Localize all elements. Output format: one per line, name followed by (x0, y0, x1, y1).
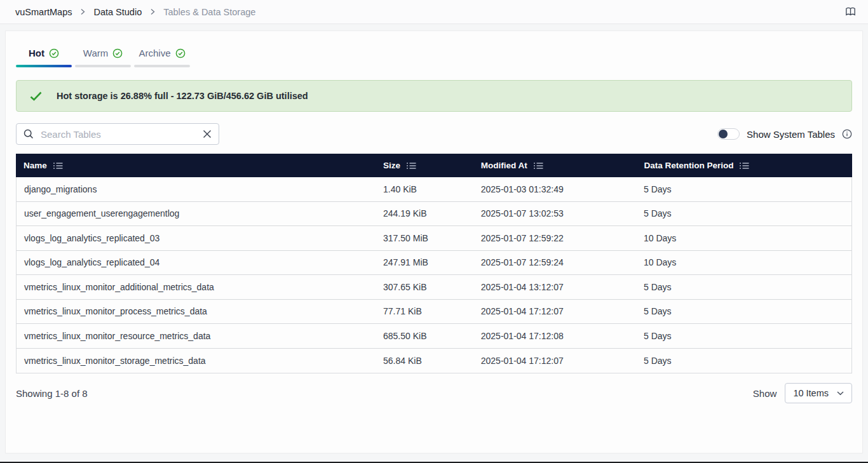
cell-modified-at: 2025-01-07 12:59:24 (473, 257, 636, 267)
cell-size: 307.65 KiB (376, 282, 473, 292)
cell-retention: 5 Days (636, 306, 851, 316)
table-row[interactable]: vmetrics_linux_monitor_storage_metrics_d… (17, 349, 851, 373)
breadcrumb-current-page: Tables & Data Storage (163, 7, 255, 17)
table-footer: Showing 1-8 of 8 Show 10 Items (16, 383, 852, 403)
tab-warm[interactable]: Warm (75, 44, 131, 67)
column-header-size[interactable]: Size (376, 161, 473, 170)
table-row[interactable]: vlogs_log_analytics_replicated_03 317.50… (17, 226, 851, 251)
info-icon[interactable] (842, 129, 852, 139)
system-tables-control: Show System Tables (717, 128, 852, 140)
storage-status-message: Hot storage is 26.88% full - 122.73 GiB/… (57, 91, 308, 101)
cell-retention: 5 Days (636, 331, 851, 341)
cell-name: user_engagement_userengagementlog (17, 208, 376, 218)
storage-status-banner: Hot storage is 26.88% full - 122.73 GiB/… (16, 80, 852, 112)
clear-search-icon[interactable] (203, 130, 212, 138)
cell-size: 1.40 KiB (376, 184, 473, 194)
show-label: Show (753, 388, 777, 399)
page-size-value: 10 Items (793, 388, 829, 398)
column-menu-icon[interactable] (53, 162, 63, 170)
cell-size: 247.91 MiB (376, 257, 473, 267)
cell-name: django_migrations (17, 184, 376, 194)
toggle-knob (719, 130, 728, 138)
cell-size: 56.84 KiB (376, 356, 473, 366)
column-header-modified-at[interactable]: Modified At (473, 161, 637, 170)
cell-size: 685.50 KiB (376, 331, 473, 341)
chevron-right-icon (79, 8, 86, 15)
cell-size: 244.19 KiB (376, 208, 473, 218)
column-menu-icon[interactable] (534, 162, 543, 170)
cell-name: vmetrics_linux_monitor_process_metrics_d… (17, 306, 376, 316)
cell-retention: 5 Days (636, 208, 851, 218)
check-icon (30, 91, 42, 101)
cell-retention: 10 Days (636, 257, 851, 267)
cell-retention: 5 Days (636, 184, 851, 194)
tab-label: Hot (29, 48, 44, 58)
cell-name: vlogs_log_analytics_replicated_03 (17, 233, 376, 243)
table-row[interactable]: django_migrations 1.40 KiB 2025-01-03 01… (17, 177, 851, 202)
cell-retention: 10 Days (636, 233, 851, 243)
table-row[interactable]: vmetrics_linux_monitor_process_metrics_d… (17, 300, 851, 325)
column-header-retention[interactable]: Data Retention Period (636, 161, 852, 170)
search-box (16, 123, 219, 145)
breadcrumb: vuSmartMaps Data Studio Tables & Data St… (15, 7, 255, 17)
tab-archive[interactable]: Archive (134, 44, 190, 67)
documentation-book-icon[interactable] (844, 6, 857, 17)
table-row[interactable]: vmetrics_linux_monitor_resource_metrics_… (17, 324, 851, 349)
cell-modified-at: 2025-01-04 13:12:07 (473, 282, 636, 292)
active-tab-indicator (16, 65, 72, 67)
table-body: django_migrations 1.40 KiB 2025-01-03 01… (16, 177, 852, 373)
cell-name: vmetrics_linux_monitor_resource_metrics_… (17, 331, 376, 341)
table-row[interactable]: vmetrics_linux_monitor_additional_metric… (17, 275, 851, 300)
storage-tier-tabs: Hot Warm Archive (16, 44, 852, 67)
results-summary: Showing 1-8 of 8 (16, 388, 88, 399)
cell-modified-at: 2025-01-07 13:02:53 (473, 208, 636, 218)
table-controls: Show System Tables (16, 123, 852, 145)
cell-name: vlogs_log_analytics_replicated_04 (17, 257, 376, 267)
tab-indicator (75, 65, 131, 67)
cell-modified-at: 2025-01-04 17:12:08 (473, 331, 636, 341)
chevron-down-icon (837, 391, 844, 396)
search-input[interactable] (39, 128, 197, 140)
cell-modified-at: 2025-01-04 17:12:07 (473, 306, 636, 316)
show-system-tables-toggle[interactable] (717, 128, 740, 140)
check-circle-icon (112, 48, 123, 58)
cell-name: vmetrics_linux_monitor_storage_metrics_d… (17, 356, 376, 366)
show-system-tables-label: Show System Tables (747, 129, 835, 140)
cell-name: vmetrics_linux_monitor_additional_metric… (17, 282, 376, 292)
cell-retention: 5 Days (636, 282, 851, 292)
page-size-select[interactable]: 10 Items (785, 383, 852, 403)
table-row[interactable]: vlogs_log_analytics_replicated_04 247.91… (17, 251, 851, 276)
tables-table: Name Size Modified At Data Retention Per… (16, 154, 852, 373)
cell-modified-at: 2025-01-03 01:32:49 (473, 184, 636, 194)
tab-label: Warm (83, 48, 108, 58)
tab-label: Archive (139, 48, 170, 58)
cell-modified-at: 2025-01-04 17:12:07 (473, 356, 636, 366)
check-circle-icon (49, 48, 59, 58)
tab-indicator (134, 65, 190, 67)
cell-retention: 5 Days (636, 356, 851, 366)
column-menu-icon[interactable] (407, 162, 416, 170)
search-icon (24, 129, 34, 139)
chevron-right-icon (149, 8, 156, 15)
cell-modified-at: 2025-01-07 12:59:22 (473, 233, 636, 243)
table-header-row: Name Size Modified At Data Retention Per… (16, 154, 852, 177)
top-bar: vuSmartMaps Data Studio Tables & Data St… (0, 0, 868, 24)
column-header-name[interactable]: Name (16, 161, 376, 170)
cell-size: 317.50 MiB (376, 233, 473, 243)
page-size-control: Show 10 Items (753, 383, 852, 403)
tab-hot[interactable]: Hot (16, 44, 72, 67)
column-menu-icon[interactable] (740, 162, 749, 170)
cell-size: 77.71 KiB (376, 306, 473, 316)
table-row[interactable]: user_engagement_userengagementlog 244.19… (17, 202, 851, 227)
tables-storage-panel: Hot Warm Archive (5, 30, 863, 453)
breadcrumb-data-studio[interactable]: Data Studio (93, 7, 142, 17)
check-circle-icon (175, 48, 186, 58)
breadcrumb-vusmartmaps[interactable]: vuSmartMaps (15, 7, 72, 17)
